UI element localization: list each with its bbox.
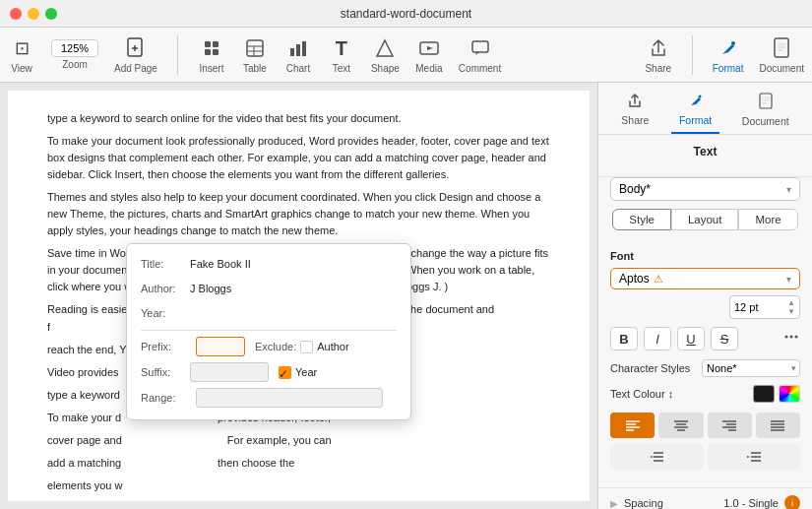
spacing-value: 1.0 - Single (723, 497, 779, 509)
author-exclude-checkbox[interactable] (300, 341, 313, 353)
font-name-selector[interactable]: Aptos ⚠ ▾ (610, 268, 800, 289)
more-format-button[interactable] (782, 328, 800, 350)
exclude-group: Exclude: Author (255, 339, 349, 355)
author-value: J Bloggs (190, 281, 231, 297)
panel-document-button[interactable]: Document (734, 89, 797, 134)
toolbar-shape[interactable]: Shape (371, 35, 400, 74)
font-name-value: Aptos (619, 272, 650, 286)
font-size-stepper[interactable]: ▲ ▼ (787, 298, 795, 316)
toolbar-view[interactable]: ⊡ View (8, 35, 35, 74)
suffix-input[interactable] (190, 362, 269, 382)
svg-rect-12 (296, 44, 300, 56)
doc-para-1: type a keyword to search online for the … (47, 110, 550, 127)
comment-label: Comment (459, 63, 501, 74)
title-bar: standard-word-document (0, 0, 812, 28)
svg-marker-51 (650, 456, 653, 458)
svg-rect-4 (213, 41, 219, 47)
exclude-label: Exclude: (255, 339, 296, 355)
table-label: Table (243, 63, 267, 74)
layout-tab-button[interactable]: Layout (671, 209, 739, 230)
toolbar-document[interactable]: Document (759, 35, 804, 74)
font-size-up-arrow[interactable]: ▲ (787, 298, 795, 307)
main-area: type a keyword to search online for the … (0, 83, 812, 509)
panel-text-section: Text (598, 135, 812, 177)
right-panel: Share Format Document Text Body* ▾ (597, 83, 812, 509)
maximize-button[interactable] (45, 8, 57, 20)
body-style-selector[interactable]: Body* ▾ (610, 177, 800, 201)
body-style-row: Body* ▾ (598, 177, 812, 209)
panel-format-button[interactable]: Format (671, 89, 719, 134)
panel-share-label: Share (621, 114, 649, 126)
media-label: Media (415, 63, 442, 74)
more-tab-button[interactable]: More (738, 209, 797, 230)
minimize-button[interactable] (28, 8, 39, 20)
insert-icon (198, 35, 225, 61)
font-size-control[interactable]: 12 pt ▲ ▼ (729, 295, 800, 319)
font-warning-icon: ⚠ (654, 273, 663, 286)
toolbar-insert[interactable]: Insert (198, 35, 225, 74)
bold-button[interactable]: B (610, 327, 638, 350)
doc-para-2: To make your document look professionall… (47, 133, 550, 183)
zoom-input[interactable] (51, 39, 98, 57)
alignment-buttons (610, 413, 800, 438)
toolbar-add-page[interactable]: Add Page (114, 35, 157, 74)
panel-share-button[interactable]: Share (613, 89, 656, 134)
underline-button[interactable]: U (677, 327, 705, 350)
font-size-down-arrow[interactable]: ▼ (787, 307, 795, 316)
text-colour-swatch[interactable] (753, 385, 775, 403)
toolbar-text[interactable]: T Text (328, 35, 355, 74)
svg-point-19 (731, 41, 735, 45)
style-tab-button[interactable]: Style (612, 209, 671, 230)
toolbar-table[interactable]: Table (241, 35, 269, 74)
panel-document-icon (759, 93, 773, 113)
close-button[interactable] (10, 8, 22, 20)
align-justify-button[interactable] (756, 413, 800, 438)
indent-less-button[interactable] (610, 444, 704, 470)
svg-point-24 (698, 95, 701, 98)
spacing-row[interactable]: ▶ Spacing 1.0 - Single i (598, 487, 812, 509)
document-icon (768, 35, 795, 61)
title-row: Title: Fake Book II (141, 256, 397, 273)
share-label: Share (645, 63, 671, 74)
text-colour-label: Text Colour ↕ (610, 388, 673, 400)
svg-marker-16 (427, 46, 433, 50)
range-input[interactable] (196, 388, 383, 408)
strikethrough-button[interactable]: S (711, 327, 738, 350)
toolbar-comment[interactable]: Comment (459, 35, 501, 74)
svg-rect-3 (205, 41, 211, 47)
doc-para-10: cover page and For example, you can (47, 432, 550, 449)
toolbar-media[interactable]: Media (415, 35, 443, 74)
font-section-label: Font (610, 250, 800, 262)
char-styles-select[interactable]: None* (702, 359, 800, 377)
font-section: Font Aptos ⚠ ▾ 12 pt ▲ ▼ B (598, 240, 812, 487)
italic-button[interactable]: I (644, 327, 671, 350)
toolbar-share[interactable]: Share (645, 35, 672, 74)
author-label: Author: (141, 281, 190, 297)
year-checkbox-checked[interactable]: ✓ (279, 366, 291, 379)
toolbar-chart[interactable]: Chart (284, 35, 312, 74)
add-page-label: Add Page (114, 63, 157, 74)
toolbar: ⊡ View Zoom Add Page Insert Table Chart … (0, 28, 812, 83)
align-left-button[interactable] (610, 413, 655, 438)
doc-para-13: Themes and sty ed. When you click (47, 500, 550, 501)
colour-picker-button[interactable] (779, 385, 800, 403)
share-icon (645, 35, 672, 61)
document-page[interactable]: type a keyword to search online for the … (8, 91, 590, 501)
panel-format-label: Format (679, 114, 712, 126)
align-center-button[interactable] (658, 413, 703, 438)
text-colour-row: Text Colour ↕ (610, 385, 800, 403)
prefix-input[interactable] (196, 337, 245, 356)
list-indent-row (610, 444, 800, 470)
svg-rect-6 (213, 49, 219, 55)
font-size-value: 12 pt (734, 301, 758, 313)
toolbar-zoom[interactable]: Zoom (51, 39, 98, 70)
year-row: Year: (141, 305, 397, 322)
toolbar-format[interactable]: Format (713, 35, 744, 74)
table-icon (241, 35, 269, 61)
text-icon: T (328, 35, 355, 61)
indent-more-button[interactable] (708, 444, 801, 470)
zoom-label: Zoom (62, 59, 88, 70)
align-right-button[interactable] (708, 413, 752, 438)
dialog-divider (141, 330, 397, 331)
range-label: Range: (141, 390, 190, 407)
